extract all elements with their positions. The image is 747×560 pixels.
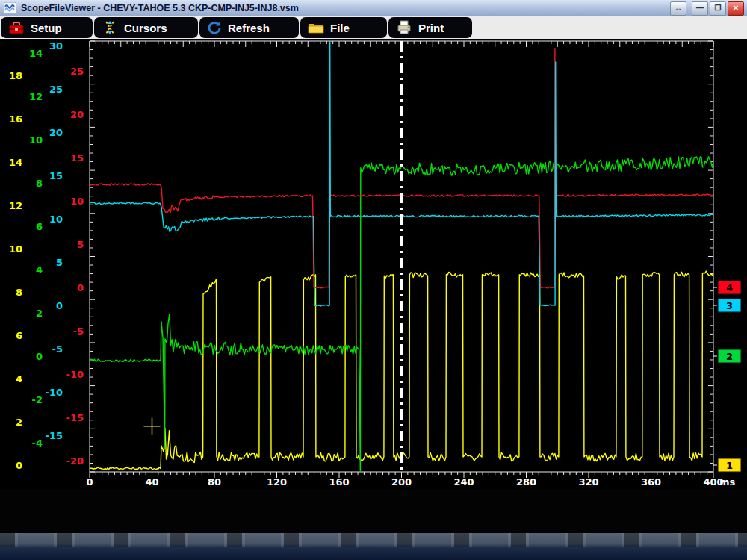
- svg-text:10: 10: [29, 134, 43, 146]
- svg-text:200: 200: [391, 476, 412, 488]
- refresh-icon: [207, 20, 222, 35]
- svg-text:40: 40: [145, 476, 158, 488]
- svg-text:10: 10: [70, 196, 84, 207]
- svg-text:320: 320: [578, 476, 598, 488]
- scale-labels-ch1: 181614121086420: [9, 70, 22, 471]
- svg-text:0: 0: [16, 460, 22, 471]
- svg-text:16: 16: [9, 113, 22, 125]
- svg-text:ms: ms: [719, 476, 736, 488]
- x-axis-labels: 04080120160200240280320360400ms: [86, 476, 735, 488]
- svg-text:-15: -15: [66, 412, 84, 423]
- svg-text:-5: -5: [73, 326, 84, 337]
- scopefileviewer-window: ScopeFileViewer - CHEVY-TAHOE 5.3 CKP-CM…: [0, 0, 747, 560]
- svg-text:14: 14: [29, 48, 43, 59]
- scale-labels-ch2: 14121086420-2-4: [29, 48, 43, 449]
- svg-text:15: 15: [49, 170, 63, 181]
- refresh-button[interactable]: Refresh: [199, 17, 299, 38]
- svg-text:25: 25: [49, 84, 63, 95]
- svg-text:0: 0: [86, 476, 93, 488]
- cursors-label: Cursors: [124, 22, 167, 34]
- cursors-icon: [102, 20, 118, 35]
- file-label: File: [330, 22, 350, 34]
- svg-text:0: 0: [56, 300, 63, 311]
- setup-label: Setup: [31, 22, 62, 34]
- waveform-plot[interactable]: 04080120160200240280320360400ms181614121…: [0, 39, 747, 489]
- window-drag-button[interactable]: ↔: [670, 1, 686, 16]
- svg-text:12: 12: [29, 91, 43, 102]
- svg-text:0: 0: [77, 282, 84, 293]
- svg-text:20: 20: [70, 109, 84, 120]
- svg-text:5: 5: [77, 239, 84, 250]
- scale-labels-ch4: 2520151050-5-10-15-20: [66, 66, 84, 467]
- print-button[interactable]: Print: [388, 17, 472, 38]
- close-button[interactable]: ✕: [728, 1, 744, 16]
- svg-text:20: 20: [49, 127, 63, 138]
- svg-text:360: 360: [641, 476, 661, 488]
- toolbox-icon: [8, 20, 25, 35]
- svg-text:-20: -20: [66, 455, 84, 467]
- window-title: ScopeFileViewer - CHEVY-TAHOE 5.3 CKP-CM…: [21, 3, 299, 13]
- svg-text:1: 1: [726, 460, 733, 471]
- titlebar: ScopeFileViewer - CHEVY-TAHOE 5.3 CKP-CM…: [0, 0, 747, 16]
- channel-marker-3[interactable]: 3: [713, 299, 741, 312]
- cross-cursor[interactable]: [144, 418, 161, 435]
- svg-text:280: 280: [516, 476, 536, 488]
- svg-text:4: 4: [726, 282, 733, 293]
- print-label: Print: [418, 22, 444, 34]
- svg-text:10: 10: [9, 243, 22, 255]
- svg-text:2: 2: [16, 417, 22, 428]
- toolbar: Setup Cursors Refresh File: [0, 16, 747, 39]
- folder-icon: [308, 21, 324, 34]
- svg-text:25: 25: [70, 66, 84, 77]
- svg-text:8: 8: [16, 287, 22, 298]
- svg-text:80: 80: [208, 476, 221, 488]
- refresh-label: Refresh: [228, 22, 270, 34]
- svg-text:10: 10: [49, 214, 63, 225]
- svg-text:120: 120: [267, 476, 287, 488]
- channel-marker-2[interactable]: 2: [713, 349, 741, 363]
- svg-text:6: 6: [36, 221, 43, 232]
- svg-text:-10: -10: [66, 369, 84, 380]
- svg-text:-5: -5: [52, 343, 63, 355]
- minimize-button[interactable]: —: [692, 1, 708, 16]
- svg-text:8: 8: [36, 178, 43, 189]
- channel-marker-4[interactable]: 4: [713, 281, 741, 294]
- playback-controls: 00:01:353: [0, 489, 747, 533]
- scale-labels-ch3: 302520151050-5-10-15: [46, 40, 63, 441]
- file-button[interactable]: File: [300, 17, 387, 38]
- svg-text:0: 0: [36, 351, 43, 362]
- svg-text:18: 18: [9, 70, 22, 81]
- svg-text:-4: -4: [32, 438, 43, 449]
- svg-text:-15: -15: [46, 430, 63, 441]
- svg-text:12: 12: [9, 200, 22, 211]
- svg-text:2: 2: [726, 351, 733, 362]
- svg-text:15: 15: [70, 152, 84, 164]
- svg-text:5: 5: [56, 257, 63, 268]
- svg-text:6: 6: [16, 330, 22, 341]
- app-wave-icon: [4, 2, 16, 13]
- svg-text:-10: -10: [46, 387, 63, 398]
- svg-text:-2: -2: [32, 394, 43, 405]
- svg-text:30: 30: [49, 40, 63, 52]
- window-buttons: ↔ — ❐ ✕: [670, 1, 744, 16]
- svg-text:2: 2: [36, 308, 43, 319]
- channel-marker-1[interactable]: 1: [713, 458, 741, 472]
- svg-text:240: 240: [453, 476, 474, 488]
- scope-display[interactable]: 04080120160200240280320360400ms181614121…: [0, 39, 747, 489]
- svg-text:4: 4: [16, 373, 22, 385]
- taskbar: No Active Vehicle: [0, 533, 747, 560]
- svg-text:4: 4: [36, 264, 43, 276]
- printer-icon: [396, 20, 412, 35]
- setup-button[interactable]: Setup: [1, 17, 93, 38]
- cursors-button[interactable]: Cursors: [94, 17, 198, 38]
- restore-button[interactable]: ❐: [710, 1, 726, 16]
- svg-text:160: 160: [329, 476, 349, 488]
- svg-text:14: 14: [9, 157, 22, 168]
- svg-text:3: 3: [726, 300, 733, 311]
